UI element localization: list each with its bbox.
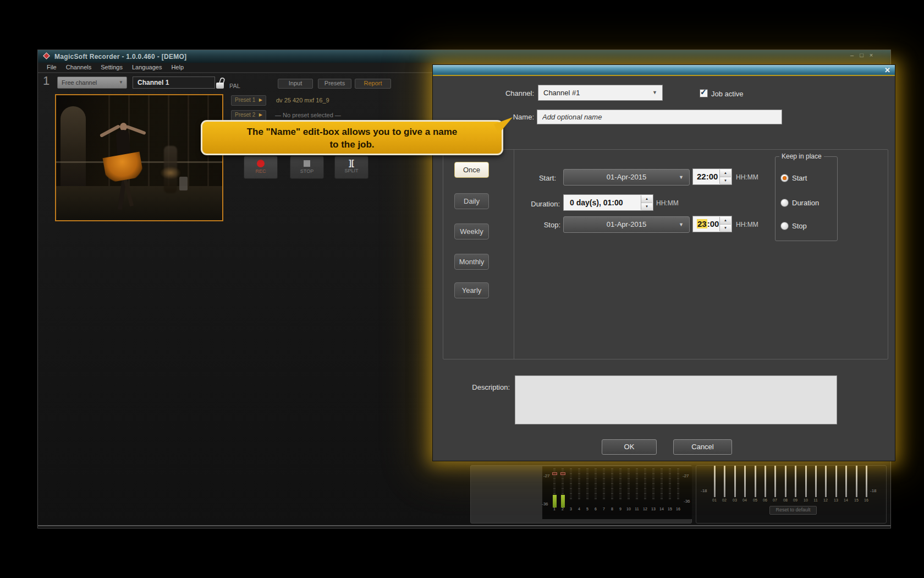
reset-to-default-button[interactable]: Reset to default xyxy=(769,506,817,515)
volume-slider[interactable] xyxy=(734,466,736,497)
volume-slider[interactable] xyxy=(815,466,817,497)
spinner-down-icon[interactable]: ▼ xyxy=(720,177,731,184)
meter-scale-label: -27 xyxy=(683,473,689,478)
volume-slider[interactable] xyxy=(845,466,847,497)
meter-channel-number: 3 xyxy=(566,507,575,511)
volume-slider[interactable] xyxy=(724,466,725,497)
volume-slider[interactable] xyxy=(835,466,837,497)
close-icon[interactable]: × xyxy=(870,52,873,58)
volume-slider[interactable] xyxy=(856,466,857,497)
name-input[interactable] xyxy=(537,110,782,124)
minimize-icon[interactable]: – xyxy=(850,52,854,58)
chair xyxy=(179,177,188,190)
meter-track xyxy=(586,468,588,500)
meter-track xyxy=(661,468,663,500)
spinner-up-icon[interactable]: ▲ xyxy=(720,170,731,177)
stop-button[interactable]: STOP xyxy=(290,156,324,179)
menu-languages[interactable]: Languages xyxy=(132,63,162,72)
stop-date-dropdown[interactable]: 01-Apr-2015 ▼ xyxy=(563,216,690,233)
spinner-up-icon[interactable]: ▲ xyxy=(720,217,731,224)
volume-channel-number: 14 xyxy=(841,498,851,502)
preset1-label: Preset 1 xyxy=(235,96,255,105)
video-preview[interactable] xyxy=(55,94,223,221)
volume-channel-number: 07 xyxy=(770,498,780,502)
recurrence-yearly-button[interactable]: Yearly xyxy=(454,282,489,298)
volume-slider[interactable] xyxy=(795,466,796,497)
studio-floor xyxy=(56,186,222,220)
recurrence-weekly-button[interactable]: Weekly xyxy=(454,223,489,239)
menu-channels[interactable]: Channels xyxy=(66,63,91,72)
meter-channel-number: 10 xyxy=(624,507,633,511)
radio-icon xyxy=(780,199,789,207)
keep-stop-radio[interactable]: Stop xyxy=(780,222,835,231)
spinner-buttons[interactable]: ▲ ▼ xyxy=(719,170,731,184)
volume-slider[interactable] xyxy=(785,466,787,497)
meter-channel-number: 15 xyxy=(666,507,674,511)
unlock-icon[interactable] xyxy=(216,76,226,90)
job-active-checkbox[interactable]: ✓ xyxy=(700,89,708,97)
start-time-value: 22:00 xyxy=(697,172,718,181)
cancel-button[interactable]: Cancel xyxy=(673,439,732,455)
recurrence-monthly-button[interactable]: Monthly xyxy=(454,254,489,270)
split-button[interactable]: ][ SPLIT xyxy=(334,156,369,179)
volume-slider[interactable] xyxy=(825,466,827,497)
report-button[interactable]: Report xyxy=(355,79,391,89)
volume-slider[interactable] xyxy=(755,466,756,497)
meter-track xyxy=(611,468,613,500)
close-icon[interactable]: ✕ xyxy=(884,66,890,74)
channel-select-value: Channel #1 xyxy=(543,89,580,97)
volume-slider[interactable] xyxy=(765,466,766,497)
volume-slider[interactable] xyxy=(744,466,746,497)
volume-scale-label: -18 xyxy=(870,488,877,493)
presets-button[interactable]: Presets xyxy=(318,79,351,89)
meter-track xyxy=(628,468,630,500)
duration-spinner[interactable]: 0 day(s), 01:00 ▲ ▼ xyxy=(563,194,653,211)
menu-file[interactable]: File xyxy=(47,63,57,72)
input-button[interactable]: Input xyxy=(278,79,313,89)
preset1-button[interactable]: Preset 1 ▶ xyxy=(231,95,266,106)
stop-date-value: 01-Apr-2015 xyxy=(607,220,646,228)
menu-settings[interactable]: Settings xyxy=(101,63,123,72)
channel-name-field[interactable]: Channel 1 xyxy=(133,77,215,89)
meter-track xyxy=(644,468,646,500)
keep-duration-label: Duration xyxy=(792,199,819,208)
channel-number: 1 xyxy=(43,74,50,88)
meter-peak-indicator xyxy=(552,472,557,475)
stop-label: STOP xyxy=(290,168,323,174)
dialog-titlebar[interactable]: ✕ xyxy=(433,65,895,76)
lock-body xyxy=(216,83,224,89)
free-channel-dropdown[interactable]: Free channel ▼ xyxy=(57,77,127,89)
spinner-up-icon[interactable]: ▲ xyxy=(641,195,652,203)
spinner-buttons[interactable]: ▲ ▼ xyxy=(719,217,731,231)
preset2-button[interactable]: Preset 2 ▶ xyxy=(231,110,266,121)
video-standard-label: PAL xyxy=(229,83,240,89)
main-window-title: MagicSoft Recorder - 1.0.0.460 - [DEMO] xyxy=(54,53,186,61)
start-date-dropdown[interactable]: 01-Apr-2015 ▼ xyxy=(563,169,690,186)
recurrence-daily-button[interactable]: Daily xyxy=(454,193,489,209)
record-button[interactable]: REC xyxy=(244,156,278,179)
recurrence-once-button[interactable]: Once xyxy=(454,162,489,178)
meter-track xyxy=(603,468,605,500)
spinner-buttons[interactable]: ▲ ▼ xyxy=(641,195,652,210)
description-input[interactable] xyxy=(515,375,837,424)
channel-select[interactable]: Channel #1 ▼ xyxy=(538,85,663,101)
spinner-down-icon[interactable]: ▼ xyxy=(720,224,731,232)
volume-channel-number: 09 xyxy=(790,498,800,502)
ok-button[interactable]: OK xyxy=(602,439,657,455)
keep-start-radio[interactable]: Start xyxy=(780,174,835,183)
volume-slider[interactable] xyxy=(774,466,776,497)
volume-slider[interactable] xyxy=(866,466,867,497)
menu-help[interactable]: Help xyxy=(171,63,184,72)
meter-track xyxy=(570,468,572,500)
spinner-down-icon[interactable]: ▼ xyxy=(641,203,652,210)
maximize-icon[interactable]: □ xyxy=(860,52,864,58)
volume-slider[interactable] xyxy=(805,466,807,497)
start-time-spinner[interactable]: 22:00 ▲ ▼ xyxy=(692,168,732,185)
channel-label: Channel: xyxy=(477,89,534,97)
hhmm-label: HH:MM xyxy=(656,199,679,207)
tooltip-text-line2: to the job. xyxy=(202,138,502,151)
volume-slider[interactable] xyxy=(714,466,716,497)
stop-time-spinner[interactable]: 23:00 ▲ ▼ xyxy=(692,216,732,232)
keep-start-label: Start xyxy=(792,174,807,183)
keep-duration-radio[interactable]: Duration xyxy=(780,199,835,208)
